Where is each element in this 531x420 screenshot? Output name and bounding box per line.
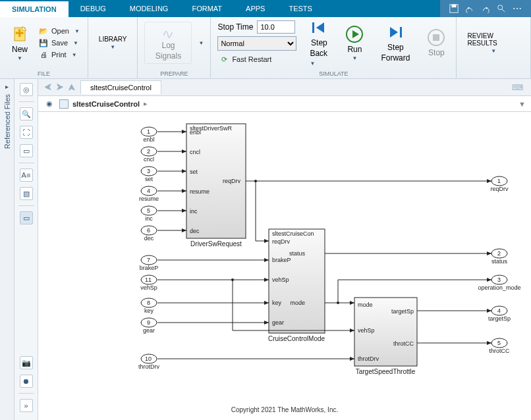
fit-view-icon[interactable]: ⛶	[20, 126, 33, 139]
svg-text:2: 2	[147, 148, 150, 155]
save-button[interactable]: 💾 Save ▼	[37, 37, 81, 49]
outport-5[interactable]: 5throtCC	[489, 338, 510, 354]
tab-simulation[interactable]: SIMULATION	[0, 0, 69, 17]
svg-text:CruiseControlMode: CruiseControlMode	[268, 335, 325, 342]
zoom-in-icon[interactable]: 🔍	[20, 107, 33, 120]
run-button[interactable]: Run ▼	[341, 22, 368, 64]
outport-4[interactable]: 4targetSp	[488, 306, 511, 322]
outport-1[interactable]: 1reqDrv	[490, 176, 509, 192]
step-back-icon	[310, 18, 328, 37]
svg-text:reqDrv: reqDrv	[272, 238, 291, 245]
chevron-down-icon: ▼	[17, 55, 22, 61]
inport-11[interactable]: 11vehSp	[140, 275, 157, 291]
inport-8[interactable]: 8key	[141, 298, 157, 314]
undo-icon[interactable]	[465, 4, 474, 13]
svg-line-3	[502, 9, 505, 12]
svg-text:throtCC: throtCC	[393, 340, 414, 347]
annotation-icon[interactable]: A≡	[20, 169, 33, 182]
canvas-palette: ◎ 🔍 ⛶ ▭ A≡ ▧ ▭ 📷 ⏺ »	[14, 79, 38, 420]
svg-text:throtCC: throtCC	[489, 348, 510, 354]
breadcrumb-root[interactable]: sltestCruiseControl	[72, 100, 140, 108]
print-icon: 🖨	[38, 49, 49, 60]
tab-tests[interactable]: TESTS	[277, 0, 323, 17]
block-targetspeedthrottle[interactable]: TargetSpeedThrottle mode vehSp throtDrv …	[354, 298, 417, 375]
inport-10[interactable]: 10throtDrv	[138, 354, 160, 370]
step-forward-button[interactable]: Step Forward	[377, 20, 414, 65]
chevron-down-icon[interactable]: ▼	[198, 40, 204, 46]
inport-4[interactable]: 4resume	[139, 186, 159, 202]
image-icon[interactable]: ▧	[20, 187, 33, 200]
inport-3[interactable]: 3set	[141, 167, 157, 182]
area-icon[interactable]: ▭	[20, 211, 33, 224]
nav-up-icon[interactable]: ⮝	[66, 82, 78, 93]
diagram-canvas[interactable]: 1enbl 2cncl 3set 4resume 5inc 6dec 7brak…	[38, 112, 531, 420]
svg-rect-6	[312, 22, 314, 33]
save-icon[interactable]	[449, 4, 459, 13]
inport-1[interactable]: 1enbl	[141, 127, 157, 143]
stop-button[interactable]: Stop	[423, 26, 449, 60]
svg-text:gear: gear	[143, 327, 155, 334]
block-cruisecontrolmode[interactable]: sltestCruiseCon CruiseControlMode reqDrv…	[268, 229, 325, 342]
svg-text:resume: resume	[190, 188, 210, 195]
simulation-mode-select[interactable]: Normal	[217, 36, 296, 51]
step-back-button[interactable]: Step Back ▼	[306, 16, 332, 70]
log-signals-button[interactable]: Log Signals	[144, 22, 192, 64]
search-icon[interactable]	[497, 4, 506, 13]
review-results-button[interactable]: REVIEW RESULTS ▼	[463, 30, 524, 57]
svg-text:✚: ✚	[15, 28, 24, 39]
svg-text:inc: inc	[145, 215, 153, 222]
folder-icon: 📂	[38, 26, 49, 36]
inport-2[interactable]: 2cncl	[141, 147, 157, 163]
svg-text:6: 6	[147, 227, 150, 234]
fast-restart-button[interactable]: ⟳ Fast Restart	[217, 53, 296, 65]
tab-apps[interactable]: APPS	[234, 0, 277, 17]
chevron-down-icon[interactable]: ▼	[518, 100, 526, 108]
inport-5[interactable]: 5inc	[141, 206, 157, 222]
block-driverswrequest[interactable]: sltestDriverSwR DriverSwRequest enbl cnc…	[186, 124, 246, 248]
svg-text:resume: resume	[139, 196, 159, 202]
simulate-group-label: SIMULATE	[217, 69, 449, 77]
nav-forward-icon[interactable]: ⮞	[54, 82, 66, 93]
svg-text:key: key	[144, 307, 154, 314]
tab-strip: SIMULATION DEBUG MODELING FORMAT APPS TE…	[0, 0, 531, 17]
svg-text:inc: inc	[190, 208, 198, 215]
keyboard-icon[interactable]: ⌨	[508, 83, 527, 92]
model-file-tab[interactable]: sltestCruiseControl	[80, 80, 161, 94]
play-icon	[345, 25, 364, 43]
nav-target-icon[interactable]: ◎	[20, 83, 33, 96]
outport-2[interactable]: 2status	[491, 249, 508, 265]
new-button[interactable]: ✚ New ▼	[7, 22, 33, 64]
open-button[interactable]: 📂 Open ▼	[37, 25, 81, 37]
svg-text:DriverSwRequest: DriverSwRequest	[190, 240, 242, 248]
svg-text:dec: dec	[144, 235, 154, 242]
redo-icon[interactable]	[481, 4, 490, 13]
svg-text:vehSp: vehSp	[272, 276, 289, 283]
expand-icon[interactable]: »	[20, 399, 33, 412]
inport-9[interactable]: 9gear	[141, 318, 157, 334]
stop-time-label: Stop Time	[217, 22, 253, 32]
svg-text:operation_mode: operation_mode	[478, 284, 520, 291]
collapse-icon[interactable]: ◉	[43, 98, 55, 110]
svg-text:5: 5	[147, 207, 150, 214]
stop-time-input[interactable]	[257, 20, 295, 34]
more-icon[interactable]: ⋯	[513, 3, 522, 14]
screenshot-icon[interactable]: 📷	[20, 356, 33, 369]
nav-back-icon[interactable]: ⮜	[42, 82, 54, 93]
svg-point-2	[498, 5, 503, 10]
print-button[interactable]: 🖨 Print ▼	[37, 49, 81, 61]
svg-text:targetSp: targetSp	[488, 315, 511, 322]
library-button[interactable]: LIBRARY ▼	[95, 33, 131, 53]
tab-format[interactable]: FORMAT	[180, 0, 234, 17]
tab-debug[interactable]: DEBUG	[69, 0, 118, 17]
inport-7[interactable]: 7brakeP	[140, 255, 159, 271]
svg-text:set: set	[190, 169, 198, 175]
svg-text:9: 9	[147, 319, 150, 326]
referenced-files-tab[interactable]: ▸ Referenced Files	[0, 79, 14, 420]
tab-modeling[interactable]: MODELING	[118, 0, 181, 17]
outport-3[interactable]: 3operation_mode	[478, 275, 520, 291]
svg-text:sltestCruiseCon: sltestCruiseCon	[272, 230, 314, 237]
inport-6[interactable]: 6dec	[141, 226, 157, 242]
record-icon[interactable]: ⏺	[20, 375, 33, 388]
chevron-down-icon: ▼	[110, 44, 115, 50]
fit-selection-icon[interactable]: ▭	[20, 144, 33, 157]
